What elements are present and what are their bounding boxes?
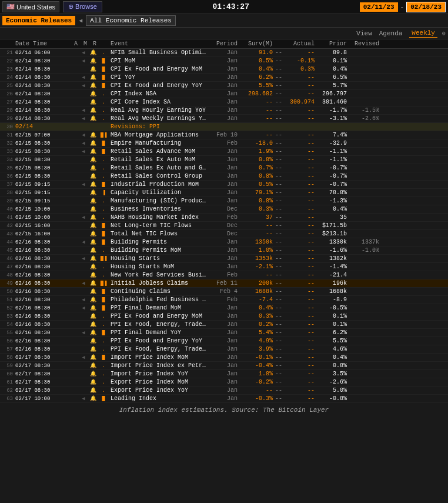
speaker-icon[interactable]: ◀ [82, 74, 85, 81]
table-row[interactable]: 54 02/16 08:30 🔔 . PPI Ex Food, Energy, … [0, 321, 448, 329]
row-r[interactable]: 🔔 [88, 140, 98, 146]
row-event[interactable]: CPI Ex Food and Energy MoM [109, 66, 209, 72]
row-m[interactable]: ◀ [79, 239, 88, 245]
row-r[interactable]: 🔔 [88, 66, 98, 72]
bell-icon[interactable]: 🔔 [90, 156, 96, 163]
bell-icon[interactable]: 🔔 [90, 247, 96, 254]
event-filter-dropdown[interactable]: All Economic Releases [86, 15, 176, 26]
row-m[interactable]: ◀ [79, 354, 88, 361]
table-row[interactable]: 51 02/16 08:30 ◀ 🔔 ▐▌ Philadelphia Fed B… [0, 296, 448, 304]
speaker-icon[interactable]: ◀ [82, 297, 85, 303]
bell-icon[interactable]: 🔔 [90, 231, 96, 237]
table-row[interactable]: 63 02/17 10:00 ◀ 🔔 ▐▌ Leading Index Jan … [0, 395, 448, 403]
table-row[interactable]: 53 02/16 08:30 🔔 . PPI Ex Food and Energ… [0, 312, 448, 321]
row-event[interactable]: Philadelphia Fed Business Outlook [109, 297, 209, 303]
row-event[interactable]: PPI Ex Food, Energy, Trade MoM [109, 321, 209, 328]
table-row[interactable]: 62 02/17 08:30 🔔 . Export Price Index Yo… [0, 387, 448, 395]
speaker-icon[interactable]: ◀ [82, 140, 85, 146]
table-row[interactable]: 25 02/14 08:30 ◀ 🔔 ▐▌ CPI Ex Food and En… [0, 82, 448, 90]
row-event[interactable]: PPI Ex Food, Energy, Trade YoY [109, 346, 209, 352]
speaker-icon[interactable]: ◀ [82, 148, 85, 155]
row-m[interactable]: ◀ [79, 297, 88, 303]
agenda-view-option[interactable]: Agenda [377, 29, 405, 38]
table-row[interactable]: 50 02/16 08:30 🔔 ▐▌ Continuing Claims Fe… [0, 288, 448, 296]
speaker-icon[interactable]: ◀ [82, 329, 85, 336]
speaker-icon[interactable]: ◀ [82, 395, 85, 402]
row-event[interactable]: New York Fed Services Business Activ... [109, 272, 209, 278]
row-m[interactable]: ◀ [79, 74, 88, 81]
table-row[interactable]: 26 02/14 08:30 🔔 . CPI Index NSA Jan 298… [0, 90, 448, 98]
row-event[interactable]: PPI Ex Food and Energy YoY [109, 338, 209, 344]
table-row[interactable]: 36 02/15 08:30 🔔 . Retail Sales Control … [0, 172, 448, 181]
row-event[interactable]: PPI Ex Food and Energy MoM [109, 313, 209, 319]
row-r[interactable]: 🔔 [88, 49, 98, 56]
row-event[interactable]: Import Price Index MoM [109, 354, 209, 361]
row-r[interactable]: 🔔 [88, 115, 98, 122]
row-event[interactable]: PPI Final Demand MoM [109, 305, 209, 311]
row-event[interactable]: NAHB Housing Market Index [109, 214, 209, 221]
row-event[interactable]: Export Price Index MoM [109, 379, 209, 385]
row-r[interactable]: 🔔 [88, 395, 98, 402]
row-r[interactable]: 🔔 [88, 338, 98, 344]
row-r[interactable]: 🔔 [88, 148, 98, 155]
bell-icon[interactable]: 🔔 [90, 214, 96, 221]
table-row[interactable]: 32 02/15 08:30 ◀ 🔔 ▐▌ Empire Manufacturi… [0, 139, 448, 148]
row-r[interactable]: 🔔 [88, 206, 98, 212]
table-row[interactable]: 34 02/15 08:30 🔔 . Retail Sales Ex Auto … [0, 156, 448, 164]
date-to[interactable]: 02/18/23 [406, 2, 446, 12]
table-row[interactable]: 58 02/17 08:30 ◀ 🔔 ▐▌ Import Price Index… [0, 354, 448, 362]
row-r[interactable]: 🔔 [88, 107, 98, 114]
row-event[interactable]: Retail Sales Control Group [109, 173, 209, 179]
bell-icon[interactable]: 🔔 [90, 115, 96, 122]
speaker-icon[interactable]: ◀ [82, 239, 85, 245]
row-r[interactable]: 🔔 [88, 189, 98, 196]
row-r[interactable]: 🔔 [88, 313, 98, 319]
table-row[interactable]: 43 02/15 16:00 🔔 ▐▌ Total Net TIC Flows … [0, 230, 448, 238]
speaker-icon[interactable]: ◀ [82, 305, 85, 311]
row-r[interactable]: 🔔 [88, 173, 98, 179]
bell-icon[interactable]: 🔔 [90, 107, 96, 114]
table-row[interactable]: 21 02/14 06:00 ◀ 🔔 . NFIB Small Business… [0, 49, 448, 57]
table-row[interactable]: 47 02/16 08:30 🔔 . Housing Starts MoM Ja… [0, 263, 448, 271]
bell-icon[interactable]: 🔔 [90, 58, 96, 64]
row-event[interactable]: Initial Jobless Claims [109, 280, 209, 287]
bell-icon[interactable]: 🔔 [90, 264, 96, 270]
table-row[interactable]: 61 02/17 08:30 🔔 . Export Price Index Mo… [0, 378, 448, 387]
row-r[interactable]: 🔔 [88, 239, 98, 245]
row-m[interactable]: ◀ [79, 132, 88, 138]
table-row[interactable]: 55 02/16 08:30 ◀ 🔔 ▐▌ PPI Final Demand Y… [0, 329, 448, 337]
table-row[interactable]: 37 02/15 09:15 ◀ 🔔 ▐▌ Industrial Product… [0, 181, 448, 189]
row-r[interactable]: 🔔 [88, 354, 98, 361]
row-event[interactable]: MBA Mortgage Applications [109, 132, 209, 138]
browse-button[interactable]: ⊕ Browse [63, 1, 102, 12]
row-r[interactable]: 🔔 [88, 222, 98, 229]
row-event[interactable]: CPI MoM [109, 58, 209, 64]
table-row[interactable]: 46 02/16 08:30 ◀ 🔔 ▐▌▌ Housing Starts Ja… [0, 255, 448, 263]
row-r[interactable]: 🔔 [88, 91, 98, 97]
table-row[interactable]: 41 02/15 10:00 ◀ 🔔 . NAHB Housing Market… [0, 214, 448, 222]
row-event[interactable]: Housing Starts MoM [109, 264, 209, 270]
row-event[interactable]: Building Permits MoM [109, 247, 209, 254]
table-row[interactable]: 57 02/16 08:30 🔔 . PPI Ex Food, Energy, … [0, 345, 448, 354]
row-event[interactable]: Housing Starts [109, 255, 209, 262]
row-event[interactable]: Capacity Utilization [109, 189, 209, 196]
row-event[interactable]: CPI Ex Food and Energy YoY [109, 82, 209, 89]
bell-icon[interactable]: 🔔 [90, 387, 96, 394]
row-event[interactable]: Import Price Index YoY [109, 371, 209, 377]
speaker-icon[interactable]: ◀ [82, 354, 85, 361]
bell-icon[interactable]: 🔔 [90, 239, 96, 245]
row-event[interactable]: Net Long-term TIC Flows [109, 222, 209, 229]
row-event[interactable]: Manufacturing (SIC) Production [109, 198, 209, 204]
row-m[interactable]: ◀ [79, 181, 88, 188]
row-r[interactable]: 🔔 [88, 264, 98, 270]
row-r[interactable]: 🔔 [88, 132, 98, 138]
speaker-icon[interactable]: ◀ [82, 115, 85, 122]
bell-icon[interactable]: 🔔 [90, 272, 96, 278]
bell-icon[interactable]: 🔔 [90, 99, 96, 105]
row-event[interactable]: Total Net TIC Flows [109, 231, 209, 237]
row-event[interactable]: Export Price Index YoY [109, 387, 209, 394]
row-r[interactable]: 🔔 [88, 321, 98, 328]
bell-icon[interactable]: 🔔 [90, 165, 96, 171]
speaker-icon[interactable]: ◀ [82, 280, 85, 287]
bell-icon[interactable]: 🔔 [90, 66, 96, 72]
